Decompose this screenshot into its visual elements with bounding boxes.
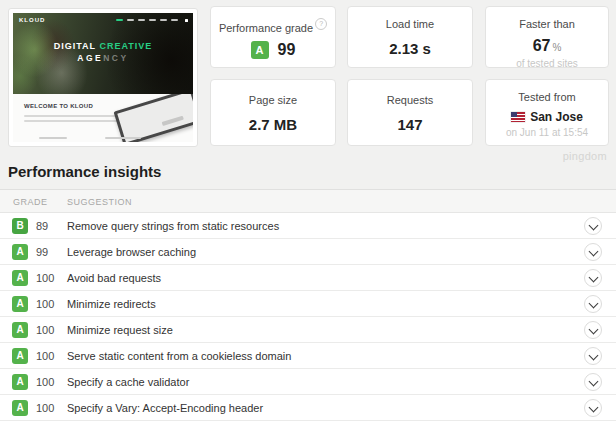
chevron-down-icon — [589, 273, 599, 283]
website-welcome-section: WELCOME TO KLOUD — [13, 94, 193, 142]
card-label: Load time — [348, 18, 472, 30]
help-icon[interactable]: ? — [315, 18, 327, 30]
hero-subtitle-faded: NCY — [103, 53, 128, 63]
expand-row-button[interactable] — [584, 321, 602, 339]
expand-row-button[interactable] — [584, 243, 602, 261]
expand-row-button[interactable] — [584, 295, 602, 313]
chevron-down-icon — [589, 247, 599, 257]
pingdom-watermark: pingdom — [563, 150, 607, 162]
expand-row-button[interactable] — [584, 373, 602, 391]
load-time-value: 2.13 s — [348, 40, 472, 57]
us-flag-icon — [511, 112, 525, 122]
grade-badge: A — [12, 296, 28, 312]
grade-score: 100 — [36, 350, 54, 362]
expand-row-button[interactable] — [584, 217, 602, 235]
insight-row[interactable]: B 89 Remove query strings from static re… — [0, 213, 616, 239]
grade-score: 89 — [36, 220, 48, 232]
suggestion-text: Avoid bad requests — [67, 272, 161, 284]
insight-row[interactable]: A 100 Minimize request size — [0, 317, 616, 343]
insight-row[interactable]: A 100 Specify a Vary: Accept-Encoding he… — [0, 395, 616, 421]
suggestion-text: Minimize redirects — [67, 298, 156, 310]
welcome-heading: WELCOME TO KLOUD — [24, 103, 93, 109]
summary-card-page-size: Page size 2.7 MB — [210, 79, 336, 146]
insight-row[interactable]: A 100 Minimize redirects — [0, 291, 616, 317]
hero-subtitle-part: AGE — [77, 53, 103, 63]
grade-badge: A — [12, 400, 28, 416]
grade-badge: A — [12, 270, 28, 286]
expand-row-button[interactable] — [584, 347, 602, 365]
grade-score: 100 — [36, 272, 54, 284]
grade-badge: A — [251, 41, 269, 59]
content-placeholder — [39, 137, 67, 139]
grade-badge: A — [12, 348, 28, 364]
chevron-down-icon — [589, 325, 599, 335]
grade-badge: A — [12, 322, 28, 338]
summary-card-performance-grade: Performance grade? A 99 — [210, 6, 336, 68]
website-logo: KLOUD — [19, 17, 45, 23]
menu-item-bar — [127, 19, 134, 21]
suggestion-text: Serve static content from a cookieless d… — [67, 350, 291, 362]
card-label: Requests — [348, 94, 472, 106]
grade-score: 100 — [36, 376, 54, 388]
card-label: Faster than — [486, 18, 608, 30]
chevron-down-icon — [589, 221, 599, 231]
insight-row[interactable]: A 99 Leverage browser caching — [0, 239, 616, 265]
card-label: Performance grade? — [211, 18, 335, 34]
performance-insights-title: Performance insights — [8, 163, 161, 180]
faster-than-subtext: of tested sites — [486, 58, 608, 69]
website-navbar: KLOUD — [19, 17, 188, 23]
summary-card-faster-than: Faster than 67% of tested sites — [485, 6, 609, 68]
grade-score: 100 — [36, 324, 54, 336]
column-header-grade: GRADE — [13, 197, 48, 207]
suggestion-text: Leverage browser caching — [67, 246, 196, 258]
insight-row[interactable]: A 100 Specify a cache validator — [0, 369, 616, 395]
expand-row-button[interactable] — [584, 269, 602, 287]
website-hero-image: KLOUD DIGITAL CREATIVE AGENCY — [13, 13, 193, 94]
page-size-value: 2.7 MB — [211, 116, 335, 133]
text-line-placeholder — [24, 120, 127, 122]
expand-row-button[interactable] — [584, 399, 602, 417]
menu-item-bar — [171, 19, 178, 21]
cart-icon — [185, 19, 188, 22]
menu-item-bar — [149, 19, 156, 21]
menu-item-bar — [160, 19, 167, 21]
percent-unit: % — [552, 42, 561, 53]
grade-badge: A — [12, 374, 28, 390]
hero-title-accent: CREATIVE — [99, 41, 152, 51]
suggestion-text: Minimize request size — [67, 324, 173, 336]
menu-item-bar — [116, 19, 123, 21]
laptop-screen-label — [162, 116, 184, 126]
summary-card-load-time: Load time 2.13 s — [347, 6, 473, 68]
chevron-down-icon — [589, 403, 599, 413]
suggestion-text: Specify a cache validator — [67, 376, 189, 388]
grade-score: 99 — [36, 246, 48, 258]
performance-grade-value: 99 — [278, 41, 296, 59]
laptop-image — [114, 94, 193, 142]
menu-item-bar — [138, 19, 145, 21]
insights-table-header: GRADE SUGGESTION — [0, 189, 616, 213]
website-thumbnail-card: KLOUD DIGITAL CREATIVE AGENCY WELCOME TO… — [8, 8, 198, 147]
card-label: Tested from — [486, 91, 608, 103]
website-hero-title: DIGITAL CREATIVE AGENCY — [13, 40, 193, 64]
grade-badge: B — [12, 218, 28, 234]
card-label: Page size — [211, 94, 335, 106]
grade-badge: A — [12, 244, 28, 260]
insight-row[interactable]: A 100 Avoid bad requests — [0, 265, 616, 291]
suggestion-text: Remove query strings from static resourc… — [67, 220, 279, 232]
hero-title-part: DIGITAL — [54, 41, 100, 51]
chevron-down-icon — [589, 351, 599, 361]
suggestion-text: Specify a Vary: Accept-Encoding header — [67, 402, 263, 414]
grade-score: 100 — [36, 402, 54, 414]
faster-than-value: 67% — [486, 37, 608, 55]
chevron-down-icon — [589, 377, 599, 387]
tested-from-timestamp: on Jun 11 at 15:54 — [486, 127, 608, 138]
tested-from-location: San Jose — [530, 110, 583, 124]
content-placeholder — [105, 137, 141, 139]
chevron-down-icon — [589, 299, 599, 309]
summary-card-tested-from: Tested from San Jose on Jun 11 at 15:54 — [485, 79, 609, 146]
insight-row[interactable]: A 100 Serve static content from a cookie… — [0, 343, 616, 369]
summary-card-requests: Requests 147 — [347, 79, 473, 146]
insights-table-body: B 89 Remove query strings from static re… — [0, 213, 616, 421]
requests-value: 147 — [348, 116, 472, 133]
website-menu — [116, 19, 188, 22]
